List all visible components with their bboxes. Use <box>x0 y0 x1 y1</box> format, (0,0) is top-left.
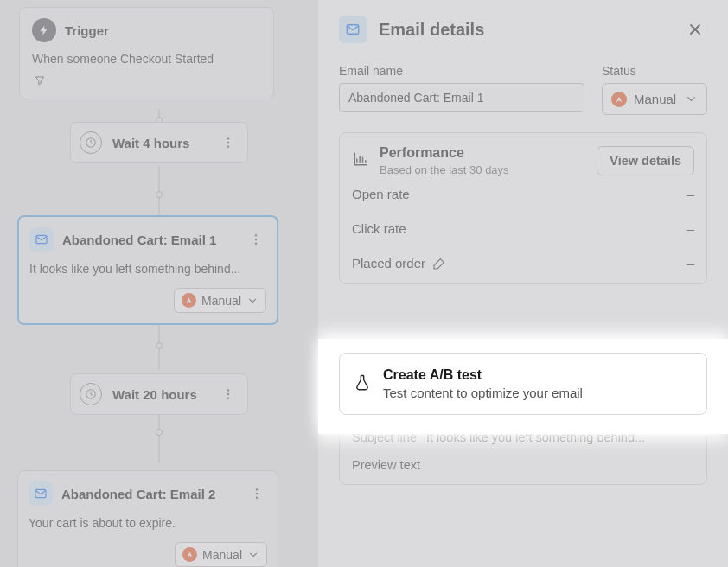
trigger-description: When someone Checkout Started <box>32 52 261 66</box>
email-card-1[interactable]: Abandoned Cart: Email 1 It looks like yo… <box>17 215 278 325</box>
status-label: Manual <box>201 294 241 308</box>
trigger-title: Trigger <box>65 23 109 38</box>
panel-title: Email details <box>379 20 671 40</box>
status-dot-icon <box>182 547 197 562</box>
status-value: Manual <box>634 92 678 106</box>
wait-card-2[interactable]: Wait 20 hours <box>70 373 248 415</box>
close-icon <box>686 21 704 38</box>
flow-canvas: Trigger When someone Checkout Started Wa… <box>0 0 318 567</box>
wait-label: Wait 20 hours <box>112 387 218 402</box>
metric-open-rate-label: Open rate <box>352 187 410 201</box>
svg-point-10 <box>227 393 229 395</box>
svg-point-6 <box>255 239 257 240</box>
ab-test-title: Create A/B test <box>383 367 583 383</box>
connector-dot <box>156 429 163 436</box>
email-card-title: Abandoned Cart: Email 1 <box>62 233 237 247</box>
svg-point-14 <box>256 493 258 494</box>
flask-icon <box>354 373 371 395</box>
status-selector[interactable]: Manual <box>175 542 267 567</box>
status-label: Status <box>602 64 707 78</box>
svg-point-11 <box>227 397 229 398</box>
email-card-title: Abandoned Cart: Email 2 <box>61 487 238 501</box>
svg-point-13 <box>256 488 258 490</box>
chevron-down-icon <box>685 92 698 105</box>
detail-panel: Email details Email name Status Manual <box>318 0 728 567</box>
chart-icon <box>352 150 369 171</box>
clock-icon <box>80 131 102 154</box>
performance-section: Performance Based on the last 30 days Vi… <box>339 132 707 284</box>
connector-dot <box>156 342 163 349</box>
email-card-2[interactable]: Abandoned Cart: Email 2 Your cart is abo… <box>17 470 278 567</box>
mail-icon <box>29 481 53 506</box>
svg-point-3 <box>227 145 229 147</box>
performance-title: Performance <box>380 145 586 161</box>
close-button[interactable] <box>683 17 707 41</box>
email-card-preview: Your cart is about to expire. <box>29 516 267 530</box>
svg-point-15 <box>256 496 258 498</box>
wait-card-1[interactable]: Wait 4 hours <box>70 122 248 163</box>
view-details-button[interactable]: View details <box>597 146 694 175</box>
status-dot-icon <box>182 293 196 308</box>
chevron-down-icon <box>247 549 259 561</box>
more-menu-button[interactable] <box>246 483 267 504</box>
metric-click-rate-value: – <box>687 221 694 236</box>
ab-test-subtitle: Test content to optimize your email <box>383 385 583 400</box>
metric-placed-order-label: Placed order <box>352 256 425 271</box>
wait-label: Wait 4 hours <box>112 136 218 150</box>
status-selector[interactable]: Manual <box>174 288 266 313</box>
clock-icon <box>80 383 102 405</box>
connector-dot <box>156 191 163 198</box>
mail-icon <box>339 16 367 43</box>
bolt-icon <box>32 18 56 42</box>
more-menu-button[interactable] <box>218 384 239 405</box>
email-card-preview: It looks like you left something behind.… <box>29 262 266 276</box>
more-menu-button[interactable] <box>246 229 266 250</box>
metric-open-rate-value: – <box>687 187 694 201</box>
create-ab-test-card[interactable]: Create A/B test Test content to optimize… <box>339 353 707 415</box>
chevron-down-icon <box>246 295 259 307</box>
svg-point-1 <box>227 137 229 139</box>
trigger-card[interactable]: Trigger When someone Checkout Started <box>19 7 274 99</box>
svg-point-7 <box>255 242 257 244</box>
svg-point-5 <box>255 234 257 236</box>
email-name-label: Email name <box>339 64 584 78</box>
metric-click-rate-label: Click rate <box>352 221 406 236</box>
filter-icon <box>32 73 48 88</box>
status-dot-icon <box>611 92 627 107</box>
email-name-input[interactable] <box>339 83 584 112</box>
preview-text-key: Preview text <box>352 458 694 472</box>
svg-point-2 <box>227 142 229 143</box>
metric-placed-order-value: – <box>687 256 694 271</box>
svg-point-9 <box>227 389 229 391</box>
more-menu-button[interactable] <box>218 132 239 153</box>
mail-icon <box>29 227 54 252</box>
performance-subtitle: Based on the last 30 days <box>380 163 586 176</box>
status-dropdown[interactable]: Manual <box>602 83 707 115</box>
status-label: Manual <box>202 548 242 562</box>
edit-icon[interactable] <box>432 257 446 271</box>
